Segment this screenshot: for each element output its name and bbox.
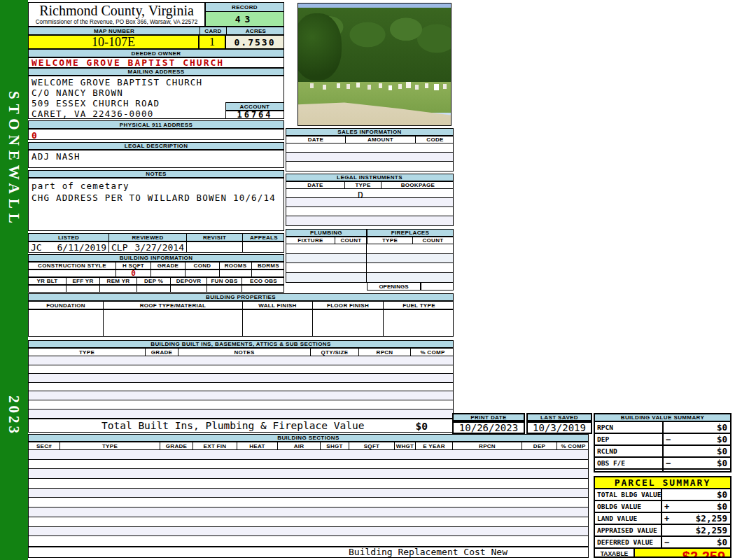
map-number-value[interactable]: 10-107E xyxy=(28,35,199,49)
rooms-value[interactable] xyxy=(219,270,251,276)
fun-obs-value[interactable] xyxy=(206,286,241,292)
rpcn-value: $0 xyxy=(673,422,730,433)
physical-911-value[interactable]: 0 xyxy=(28,129,284,140)
reviewed-value[interactable]: CLP3/27/2014 xyxy=(108,242,186,252)
legal-instrument-type-value[interactable]: D xyxy=(358,190,363,200)
revisit-value[interactable] xyxy=(186,242,242,252)
building-properties-header-row: FOUNDATIONROOF TYPE/MATERIALWALL FINISHF… xyxy=(28,301,454,309)
openings-value[interactable] xyxy=(421,282,454,290)
deeded-owner-value[interactable]: WELCOME GROVE BAPTIST CHURCH xyxy=(28,57,284,68)
column-header: REM YR xyxy=(99,278,136,284)
building-information-header: BUILDING INFORMATION xyxy=(28,254,284,262)
table-row xyxy=(286,254,453,264)
map-card-acres-header: MAP NUMBERCARDACRES xyxy=(28,27,284,35)
notes-box[interactable]: part of cemetary CHG ADDRESS PER TO WILL… xyxy=(28,178,284,231)
column-header: ACRES xyxy=(226,27,284,34)
column-header: MAP NUMBER xyxy=(29,27,200,34)
cond-value[interactable] xyxy=(185,270,219,276)
cell xyxy=(367,263,453,272)
deferred-value-label: DEFERRED VALUE xyxy=(595,537,662,547)
table-row xyxy=(29,536,588,546)
column-header: COND xyxy=(185,262,219,269)
column-header: CODE xyxy=(415,136,454,143)
table-row xyxy=(29,356,453,365)
dep-pct-value[interactable] xyxy=(136,286,170,292)
table-row xyxy=(29,400,453,410)
rem-yr-value[interactable] xyxy=(99,286,136,292)
appraised-value-label: APPRAISED VALUE xyxy=(595,525,662,536)
listed-value[interactable]: JC6/11/2019 xyxy=(29,242,108,252)
legal-description-value[interactable]: ADJ NASH xyxy=(28,150,284,168)
table-row xyxy=(286,244,453,254)
table-row xyxy=(29,469,588,479)
record-value[interactable]: 43 xyxy=(205,12,284,27)
column-header: TYPE xyxy=(344,182,381,188)
appeals-value[interactable] xyxy=(242,242,284,252)
note-line: CHG ADDRESS PER TO WILLARD BOWEN 10/6/14 xyxy=(31,192,284,204)
table-row xyxy=(29,365,453,374)
address-line: C/O NANCY BROWN xyxy=(31,88,281,98)
obs-fe-op: − xyxy=(664,458,673,468)
yr-blt-value[interactable] xyxy=(29,286,66,292)
account-header: ACCOUNT xyxy=(225,102,284,111)
last-saved-value: 10/3/2019 xyxy=(526,421,592,434)
column-header: WALL FINISH xyxy=(242,302,312,309)
record-header: RECORD xyxy=(205,2,284,12)
cell xyxy=(367,244,453,253)
table-row xyxy=(286,144,453,153)
obldg-value-op: + xyxy=(662,502,671,512)
taxable-value-label: TAXABLE VALUE xyxy=(595,549,635,558)
column-header: DEPOVR xyxy=(170,278,206,284)
total-bldg-value: $0 xyxy=(671,489,730,500)
building-sections-rows xyxy=(28,450,589,547)
rclnd-label: RCLND xyxy=(595,446,664,456)
h-sqft-value[interactable]: 0 xyxy=(115,270,150,276)
obldg-value-label: OBLDG VALUE xyxy=(595,501,662,512)
print-date-header: PRINT DATE xyxy=(452,413,525,421)
table-row xyxy=(286,153,453,162)
grade-value[interactable] xyxy=(150,270,185,276)
table-row xyxy=(29,498,588,507)
floor-finish-value[interactable] xyxy=(312,310,383,336)
account-value[interactable]: 16764 xyxy=(225,111,284,119)
built-ins-header-row: TYPEGRADENOTESQTY/SIZERPCN% COMP xyxy=(28,348,454,356)
foundation-value[interactable] xyxy=(29,310,103,336)
card-value[interactable]: 1 xyxy=(199,35,225,49)
summary-row: TOTAL BLDG VALUE $0 xyxy=(595,489,730,500)
plumbing-header-row: FIXTURECOUNT xyxy=(286,237,367,244)
building-sections-header: BUILDING SECTIONS xyxy=(28,434,589,442)
built-ins-rows xyxy=(28,356,454,419)
property-photo[interactable] xyxy=(298,3,451,126)
cell xyxy=(286,244,367,253)
summary-row: OBLDG VALUE + $0 xyxy=(595,500,730,512)
legal-instruments-header: LEGAL INSTRUMENTS xyxy=(286,174,454,181)
eff-yr-value[interactable] xyxy=(66,286,99,292)
table-row xyxy=(29,517,588,527)
column-header: REVISIT xyxy=(186,234,242,241)
roof-type-value[interactable] xyxy=(103,310,242,336)
depovr-value[interactable] xyxy=(170,286,206,292)
commissioner-line: Commissioner of the Revenue, PO Box 366,… xyxy=(29,19,204,25)
wall-finish-value[interactable] xyxy=(242,310,312,336)
summary-row: APPRAISED VALUE $2,259 xyxy=(595,524,730,536)
column-header: DATE xyxy=(286,136,345,143)
reviewed-by: CLP xyxy=(111,242,127,252)
land-value-label: LAND VALUE xyxy=(595,513,662,524)
rclnd-value: $0 xyxy=(673,446,730,456)
mailing-address-header: MAILING ADDRESS xyxy=(28,68,284,76)
sidebar: STONEWALL 2023 xyxy=(0,0,28,560)
table-row xyxy=(29,374,453,383)
replacement-cost-row: Building Replacement Cost New xyxy=(28,547,589,558)
building-value-summary-title: BUILDING VALUE SUMMARY xyxy=(595,414,730,422)
cell xyxy=(367,254,453,263)
table-row xyxy=(29,383,453,392)
bdrms-value[interactable] xyxy=(251,270,284,276)
building-info-values-row1: 0 xyxy=(28,270,284,277)
fuel-type-value[interactable] xyxy=(383,310,454,336)
construction-style-value[interactable] xyxy=(29,270,115,276)
deeded-owner-header: DEEDED OWNER xyxy=(28,49,284,57)
eco-obs-value[interactable] xyxy=(241,286,284,292)
tax-year-label: 2023 xyxy=(5,396,22,436)
column-header: QTY/SIZE xyxy=(310,349,358,356)
acres-value[interactable]: 0.7530 xyxy=(225,35,284,49)
